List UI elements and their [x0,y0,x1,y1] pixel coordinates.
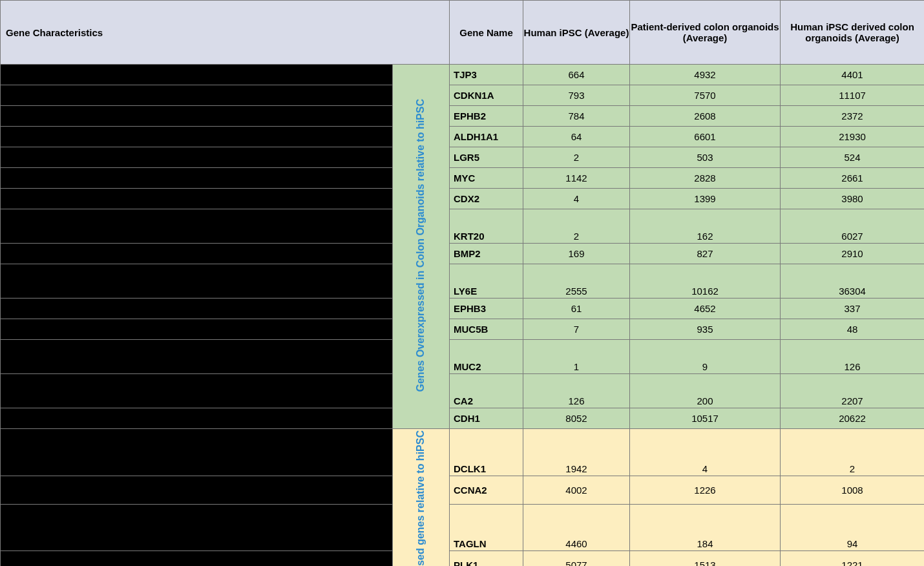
gene-name: MUC2 [450,340,523,374]
group-label: Genes Overexpressed in Colon Organoids r… [415,99,426,392]
table-row: Tight Junction protein ZO-3Genes Overexp… [1,65,925,85]
value-human-ipsc: 2555 [523,264,630,299]
gene-name: TJP3 [450,65,523,85]
value-ipsc-derived: 2207 [781,374,924,408]
table-row: Intestinal stem cell biomarkerLGR5250352… [1,147,925,168]
value-ipsc-derived: 2372 [781,106,924,127]
gene-name: EPHB3 [450,299,523,319]
value-ipsc-derived: 20622 [781,408,924,429]
table-body: Tight Junction protein ZO-3Genes Overexp… [1,65,925,567]
value-ipsc-derived: 4401 [781,65,924,85]
gene-name: LGR5 [450,147,523,168]
table-row: Type 1 cytokeratin; major protein of mat… [1,209,925,244]
header-row: Gene Characteristics Gene Name Human iPS… [1,1,925,65]
value-human-ipsc: 4 [523,189,630,209]
value-patient-derived: 1399 [630,189,781,209]
value-patient-derived: 503 [630,147,781,168]
header-human-ipsc: Human iPSC (Average) [523,1,630,65]
table-row: Early trigger for G2/M transitionPLK1507… [1,551,925,566]
value-ipsc-derived: 6027 [781,209,924,244]
value-human-ipsc: 5077 [523,551,630,566]
table-row: Actin cross-linking/gelling protein invo… [1,504,925,551]
value-human-ipsc: 4460 [523,504,630,551]
value-ipsc-derived: 2910 [781,244,924,264]
value-patient-derived: 827 [630,244,781,264]
value-human-ipsc: 1942 [523,429,630,476]
table-row: Ephrin type B receptor 2EPHB278426082372 [1,106,925,127]
value-human-ipsc: 793 [523,85,630,106]
table-row: Cyclin A2CCNA2400212261008 [1,476,925,504]
table-row: Intestine specific transcription factorC… [1,189,925,209]
gene-characteristic: Carbonic anhydrase II; enzyme expressed … [1,374,393,408]
value-patient-derived: 1226 [630,476,781,504]
gene-name: KRT20 [450,209,523,244]
value-ipsc-derived: 3980 [781,189,924,209]
table-row: Microtubule associated protein kinase; t… [1,429,925,476]
value-patient-derived: 10517 [630,408,781,429]
value-ipsc-derived: 21930 [781,127,924,147]
value-patient-derived: 162 [630,209,781,244]
gene-name: CDX2 [450,189,523,209]
value-ipsc-derived: 1221 [781,551,924,566]
table-row: Encodes respiratory tract mucin glycopro… [1,319,925,340]
value-human-ipsc: 169 [523,244,630,264]
table-row: Aldehyde Dehydrogenase IALDH1A1646601219… [1,127,925,147]
value-patient-derived: 6601 [630,127,781,147]
gene-characteristic: Microtubule associated protein kinase; t… [1,429,393,476]
value-ipsc-derived: 36304 [781,264,924,299]
table-row: Epithelial cadherin; E-cadherinCDH180521… [1,408,925,429]
value-patient-derived: 1513 [630,551,781,566]
gene-name: CDKN1A [450,85,523,106]
gene-characteristic: Cyclin dependent kinase Inhibitor 1A [1,85,393,106]
group-lower-expressed: Lower expressed genes relative to hiPSC [393,429,450,567]
gene-name: LY6E [450,264,523,299]
value-ipsc-derived: 337 [781,299,924,319]
gene-characteristic: Secreted from goblet cells; gel provides… [1,340,393,374]
value-ipsc-derived: 94 [781,504,924,551]
table-row: Secreted from goblet cells; gel provides… [1,340,925,374]
value-ipsc-derived: 2661 [781,168,924,189]
gene-characteristic: Actin cross-linking/gelling protein invo… [1,504,393,551]
value-human-ipsc: 4002 [523,476,630,504]
gene-name: DCLK1 [450,429,523,476]
value-ipsc-derived: 1008 [781,476,924,504]
gene-characteristic: Early trigger for G2/M transition [1,551,393,566]
gene-name: CA2 [450,374,523,408]
header-ipsc-derived: Human iPSC derived colon organoids (Aver… [781,1,924,65]
table-container: Gene Characteristics Gene Name Human iPS… [0,0,924,566]
gene-name: CDH1 [450,408,523,429]
gene-name: ALDH1A1 [450,127,523,147]
value-human-ipsc: 126 [523,374,630,408]
value-human-ipsc: 2 [523,147,630,168]
value-patient-derived: 4932 [630,65,781,85]
value-human-ipsc: 784 [523,106,630,127]
value-patient-derived: 935 [630,319,781,340]
value-human-ipsc: 2 [523,209,630,244]
gene-name: CCNA2 [450,476,523,504]
value-ipsc-derived: 126 [781,340,924,374]
table-row: Ephrin type B receptor 3EPHB3614652337 [1,299,925,319]
table-row: Associated with drug resistance & tumor … [1,264,925,299]
value-ipsc-derived: 11107 [781,85,924,106]
value-human-ipsc: 664 [523,65,630,85]
value-human-ipsc: 1142 [523,168,630,189]
gene-name: TAGLN [450,504,523,551]
value-human-ipsc: 7 [523,319,630,340]
value-human-ipsc: 1 [523,340,630,374]
group-label: Lower expressed genes relative to hiPSC [415,430,426,566]
gene-characteristic: Proto-oncogene [1,168,393,189]
gene-name: BMP2 [450,244,523,264]
header-gene-name: Gene Name [450,1,523,65]
table-row: Carbonic anhydrase II; enzyme expressed … [1,374,925,408]
gene-name: EPHB2 [450,106,523,127]
value-patient-derived: 9 [630,340,781,374]
header-patient-derived: Patient-derived colon organoids (Average… [630,1,781,65]
table-row: Cyclin dependent kinase Inhibitor 1ACDKN… [1,85,925,106]
gene-characteristic: TGFb signalling pathway [1,244,393,264]
gene-characteristic: Aldehyde Dehydrogenase I [1,127,393,147]
value-patient-derived: 200 [630,374,781,408]
gene-characteristic: Associated with drug resistance & tumor … [1,264,393,299]
value-human-ipsc: 8052 [523,408,630,429]
group-overexpressed: Genes Overexpressed in Colon Organoids r… [393,65,450,429]
gene-name: MUC5B [450,319,523,340]
